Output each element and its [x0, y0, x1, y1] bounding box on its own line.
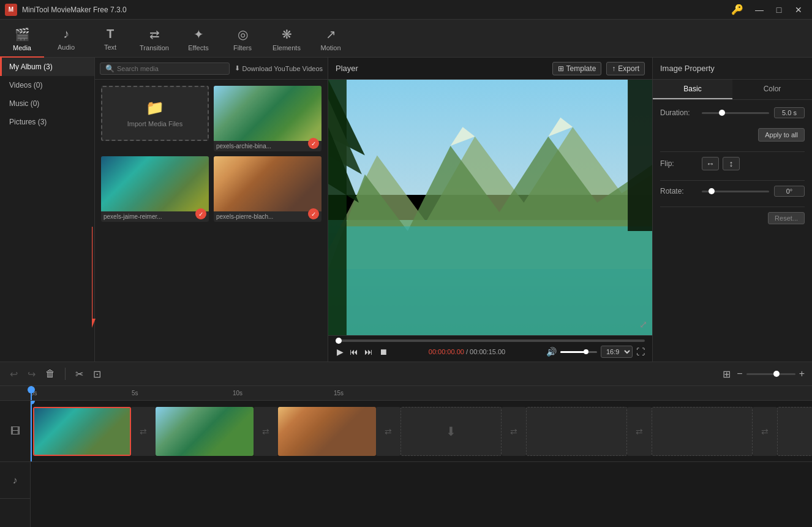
search-box: 🔍: [100, 63, 230, 75]
flip-vertical-button[interactable]: ↕: [723, 157, 740, 170]
toolbar-label-text: Text: [104, 44, 116, 51]
volume-control: 🔊: [545, 346, 597, 358]
empty-slot-4[interactable]: [777, 407, 812, 456]
toolbar-label-effects: Effects: [188, 44, 208, 51]
rotate-slider[interactable]: [702, 191, 769, 192]
add-media-slot[interactable]: ⬇: [400, 407, 502, 456]
transition-slot-1[interactable]: ⇄: [131, 407, 156, 456]
toolbar-item-effects[interactable]: ✦ Effects: [176, 20, 220, 58]
tab-color-label: Color: [764, 85, 781, 93]
transition-slot-2[interactable]: ⇄: [254, 407, 278, 456]
toolbar-item-text[interactable]: T Text: [88, 20, 132, 58]
play-button[interactable]: ▶: [336, 346, 345, 358]
sidebar-label-music: Music (0): [9, 99, 39, 108]
toolbar-label-elements: Elements: [273, 44, 301, 51]
export-button[interactable]: ↑ Export: [606, 62, 645, 75]
media-thumb-mountain[interactable]: ✓ pexels-archie-bina...: [214, 86, 321, 151]
sidebar-item-videos[interactable]: Videos (0): [0, 76, 94, 94]
empty-slot-3[interactable]: [652, 407, 753, 456]
thumb-label-lake: pexels-jaime-reimer...: [101, 211, 209, 222]
media-icon: 🎬: [15, 27, 30, 42]
search-input[interactable]: [117, 65, 224, 72]
tab-basic[interactable]: Basic: [653, 80, 732, 99]
playhead-ruler: [31, 386, 32, 400]
expand-icon[interactable]: ⤢: [639, 319, 647, 330]
transition-slot-6[interactable]: ⇄: [753, 407, 777, 456]
duration-label: Duration:: [660, 108, 697, 117]
tab-color[interactable]: Color: [732, 80, 812, 99]
ruler-5s: 5s: [132, 390, 138, 396]
progress-bar[interactable]: [336, 339, 645, 342]
toolbar-item-elements[interactable]: ❋ Elements: [265, 20, 309, 58]
reset-button[interactable]: Reset...: [768, 212, 805, 224]
duration-slider[interactable]: [702, 112, 769, 114]
app-title: MiniTool MovieMaker Free 7.3.0: [22, 6, 731, 14]
sidebar-label-my-album: My Album (3): [9, 63, 53, 71]
filters-icon: ◎: [238, 27, 248, 42]
check-badge-mountain: ✓: [308, 138, 319, 149]
flip-horizontal-button[interactable]: ↔: [702, 157, 719, 170]
separator-2: [660, 180, 805, 181]
undo-button[interactable]: ↩: [7, 366, 20, 382]
volume-icon[interactable]: 🔊: [545, 346, 558, 358]
media-thumb-lake[interactable]: ✓ pexels-jaime-reimer...: [101, 156, 209, 222]
timeline-clip-mountain[interactable]: [156, 407, 254, 456]
template-icon: ⊞: [558, 64, 564, 73]
check-badge-lake: ✓: [195, 208, 206, 219]
timeline-clip-lake[interactable]: [33, 407, 131, 456]
toolbar-item-transition[interactable]: ⇄ Transition: [132, 20, 176, 58]
time-total: 00:00:15.00: [470, 348, 505, 355]
panel-title: Image Property: [660, 64, 715, 73]
video-preview: ⤢: [328, 80, 652, 335]
maximize-button[interactable]: □: [770, 3, 788, 17]
ruler-10s: 10s: [233, 390, 242, 396]
delete-button[interactable]: 🗑: [43, 366, 58, 382]
volume-fill: [560, 351, 586, 353]
media-thumb-colmar[interactable]: ✓ pexels-pierre-blach...: [214, 156, 321, 222]
transition-slot-4[interactable]: ⇄: [502, 407, 526, 456]
sidebar-item-music[interactable]: Music (0): [0, 94, 94, 113]
crop-button[interactable]: ⊡: [91, 366, 103, 382]
effects-icon: ✦: [194, 27, 204, 42]
template-button[interactable]: ⊞ Template: [552, 62, 602, 75]
audio-icon: ♪: [63, 27, 69, 41]
minimize-button[interactable]: —: [751, 3, 768, 17]
redo-button[interactable]: ↪: [25, 366, 38, 382]
thumb-label-mountain: pexels-archie-bina...: [214, 141, 321, 151]
fullscreen-button[interactable]: ⛶: [636, 347, 645, 357]
key-icon: 🔑: [731, 4, 743, 15]
motion-icon: ↗: [326, 27, 336, 42]
flip-icons: ↔ ↕: [702, 157, 740, 170]
toolbar: 🎬 Media ♪ Audio T Text ⇄ Transition ✦ Ef…: [0, 20, 812, 58]
transition-slot-5[interactable]: ⇄: [627, 407, 652, 456]
zoom-minus-icon: −: [737, 368, 742, 379]
snap-button[interactable]: ⊞: [720, 366, 733, 382]
aspect-ratio-select[interactable]: 16:9: [601, 346, 633, 358]
next-frame-button[interactable]: ⏭: [363, 346, 374, 358]
toolbar-item-filters[interactable]: ◎ Filters: [220, 20, 265, 58]
import-media-button[interactable]: 📁 Import Media Files: [101, 86, 209, 141]
prev-frame-button[interactable]: ⏮: [348, 346, 359, 358]
empty-slot-2[interactable]: [526, 407, 627, 456]
timeline-clip-colmar[interactable]: [278, 407, 376, 456]
bottom-toolbar: ↩ ↪ 🗑 ✂ ⊡ ⊞ − +: [0, 362, 812, 386]
toolbar-item-motion[interactable]: ↗ Motion: [309, 20, 353, 58]
cut-button[interactable]: ✂: [73, 366, 86, 382]
separator: [65, 368, 66, 380]
ruler-15s: 15s: [334, 390, 344, 396]
reset-row: Reset...: [660, 212, 805, 224]
download-youtube-button[interactable]: ⬇ Download YouTube Videos: [235, 64, 323, 72]
titlebar: M MiniTool MovieMaker Free 7.3.0 🔑 — □ ✕: [0, 0, 812, 20]
zoom-thumb: [773, 371, 780, 377]
transition-slot-3[interactable]: ⇄: [376, 407, 400, 456]
stop-button[interactable]: ⏹: [378, 346, 389, 358]
close-button[interactable]: ✕: [790, 3, 807, 17]
volume-slider[interactable]: [560, 351, 597, 353]
toolbar-item-media[interactable]: 🎬 Media: [0, 20, 44, 58]
apply-all-button[interactable]: Apply to all: [758, 128, 805, 142]
ruler-marks: 0s 5s 10s 15s: [31, 390, 812, 396]
zoom-slider[interactable]: [746, 373, 795, 375]
sidebar-item-my-album[interactable]: My Album (3): [0, 58, 94, 76]
sidebar-item-pictures[interactable]: Pictures (3): [0, 113, 94, 131]
toolbar-item-audio[interactable]: ♪ Audio: [44, 20, 88, 58]
